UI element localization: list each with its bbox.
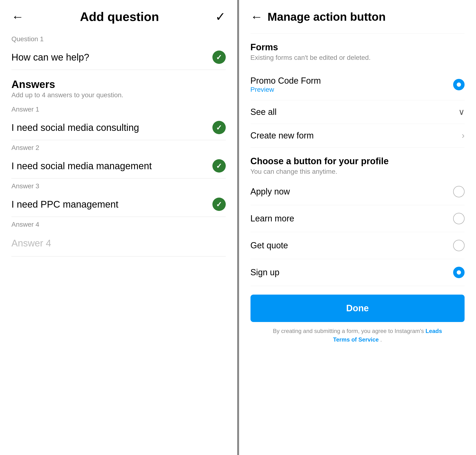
answer3-row[interactable]: I need PPC management [11,193,226,216]
see-all-row[interactable]: See all ∨ [251,100,465,124]
forms-heading: Forms [251,42,465,52]
question-section: Question 1 How can we help? [11,35,226,70]
answer3-divider [11,217,226,217]
right-panel: ← Manage action button Forms Existing fo… [239,0,476,455]
answer2-row[interactable]: I need social media management [11,154,226,177]
question-check-icon [212,50,226,64]
get-quote-row[interactable]: Get quote [251,232,465,259]
answer2-check-icon [212,159,226,172]
answer4-divider [11,256,226,256]
chevron-down-icon: ∨ [458,107,465,117]
chevron-right-icon: › [462,131,465,141]
promo-form-info: Promo Code Form Preview [251,76,321,93]
apply-now-row[interactable]: Apply now [251,178,465,205]
left-page-title: Add question [80,9,159,24]
left-back-button[interactable]: ← [11,9,24,24]
answer1-label: Answer 1 [11,106,226,113]
answer4-placeholder[interactable]: Answer 4 [11,231,226,255]
answer4-label: Answer 4 [11,221,226,228]
question-divider [11,70,226,70]
get-quote-label: Get quote [251,241,288,251]
get-quote-radio[interactable] [453,240,465,251]
left-panel: ← Add question ✓ Question 1 How can we h… [0,0,237,455]
question-text-value: How can we help? [11,52,89,63]
answer2-label: Answer 2 [11,144,226,152]
sign-up-radio[interactable] [453,267,465,278]
answer2-divider [11,178,226,179]
terms-of-service-link[interactable]: Terms of Service [333,336,379,343]
answer3-check-icon [212,198,226,211]
right-page-title: Manage action button [268,10,386,23]
learn-more-row[interactable]: Learn more [251,205,465,232]
apply-now-radio[interactable] [453,186,465,197]
left-header: ← Add question ✓ [11,9,226,24]
create-form-label: Create new form [251,131,314,141]
answer3-text: I need PPC management [11,199,118,210]
footer-leads-link[interactable]: Leads [426,328,442,334]
panel-divider [237,0,239,455]
promo-form-row[interactable]: Promo Code Form Preview [251,69,465,100]
forms-sub: Existing forms can't be edited or delete… [251,54,465,62]
question-label: Question 1 [11,35,226,43]
answers-heading: Answers [11,78,226,90]
answer3-label: Answer 3 [11,182,226,190]
profile-sub: You can change this anytime. [251,168,465,175]
footer-text: By creating and submitting a form, you a… [251,327,465,344]
learn-more-label: Learn more [251,214,294,224]
answers-section: Answers Add up to 4 answers to your ques… [11,78,226,256]
done-button[interactable]: Done [251,295,465,322]
confirm-button[interactable]: ✓ [215,9,226,24]
answers-subtitle: Add up to 4 answers to your question. [11,91,226,99]
promo-form-preview[interactable]: Preview [251,86,321,93]
footer-period: . [380,336,382,343]
learn-more-radio[interactable] [453,213,465,224]
right-back-button[interactable]: ← [251,9,263,24]
question-row[interactable]: How can we help? [11,46,226,69]
forms-section: Forms Existing forms can't be edited or … [251,42,465,147]
promo-form-name: Promo Code Form [251,76,321,86]
answer1-check-icon [212,121,226,134]
top-divider [251,33,465,34]
sign-up-row[interactable]: Sign up [251,259,465,286]
right-header: ← Manage action button [251,9,465,24]
footer-text-prefix: By creating and submitting a form, you a… [273,328,426,334]
profile-heading: Choose a button for your profile [251,156,465,166]
answer2-text: I need social media management [11,161,152,171]
see-all-label: See all [251,107,277,117]
promo-form-radio[interactable] [453,79,465,90]
answer1-text: I need social media consulting [11,122,139,133]
answer1-divider [11,140,226,140]
profile-section: Choose a button for your profile You can… [251,156,465,286]
create-form-row[interactable]: Create new form › [251,124,465,147]
sign-up-label: Sign up [251,268,279,277]
answer1-row[interactable]: I need social media consulting [11,116,226,139]
apply-now-label: Apply now [251,187,290,197]
